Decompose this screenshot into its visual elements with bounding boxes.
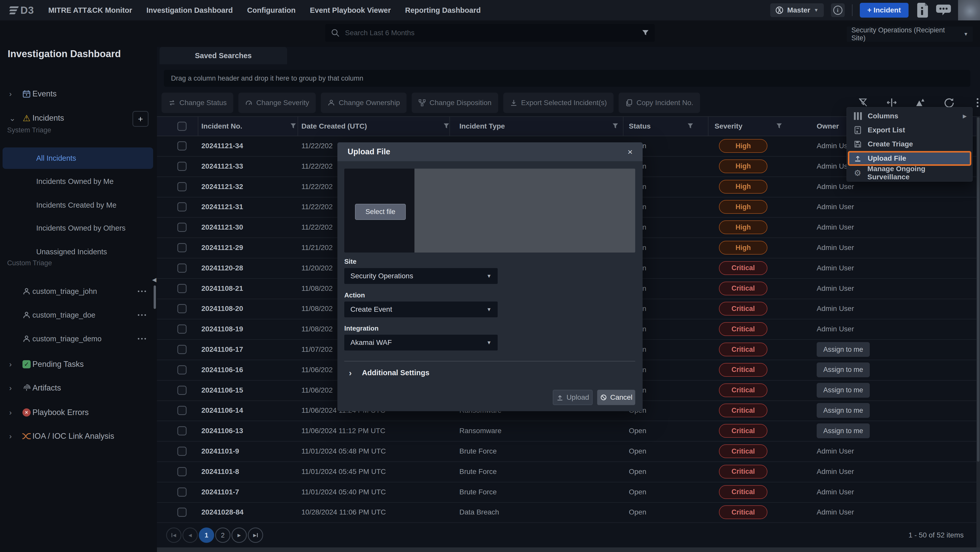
col-owner[interactable]: Owner [817,117,839,136]
row-checkbox[interactable] [177,324,186,334]
copy-incident-no-button[interactable]: Copy Incident No. [619,93,700,113]
change-ownership-button[interactable]: Change Ownership [321,93,407,113]
sidebar-item-incidents[interactable]: ⌄⚠Incidents+ [0,107,157,129]
table-row[interactable]: 20241101-911/01/2024 05:48 PM UTCBrute F… [157,441,977,462]
change-severity-button[interactable]: Change Severity [239,93,316,113]
prev-page-button[interactable]: ◀ [183,528,198,543]
nav-investigation-dashboard[interactable]: Investigation Dashboard [146,6,233,14]
new-incident-button[interactable]: + Incident [860,3,908,17]
sidebar-collapse-handle[interactable]: ◀ [152,276,156,283]
search-filter-icon[interactable] [641,29,649,37]
nav-event-playbook-viewer[interactable]: Event Playbook Viewer [310,6,391,14]
info-button[interactable]: i [831,3,845,17]
filter-icon[interactable] [612,122,619,130]
table-horizontal-scrollbar[interactable] [157,547,980,552]
filter-icon[interactable] [443,122,450,130]
filter-icon[interactable] [290,122,297,130]
row-checkbox[interactable] [177,467,186,476]
select-all-checkbox[interactable] [177,122,186,131]
col-severity[interactable]: Severity [714,117,742,136]
sidebar-item-custom-triage-demo[interactable]: custom_triage_demo [0,328,157,349]
sidebar-item-custom-triage-john[interactable]: custom_triage_john [0,281,157,302]
table-row[interactable]: 20241028-8410/28/2024 11:06 PM UTCData B… [157,502,977,523]
menu-item-columns[interactable]: Columns▶ [847,109,972,123]
search-input[interactable] [345,29,641,37]
nav-mitre-att-ck-monitor[interactable]: MITRE ATT&CK Monitor [48,6,132,14]
sidebar-item-all-incidents[interactable]: All Incidents [0,148,157,169]
file-preview-panel[interactable] [414,169,635,252]
row-checkbox[interactable] [177,365,186,374]
close-icon[interactable]: × [624,146,636,158]
row-checkbox[interactable] [177,304,186,313]
assign-to-me-button[interactable]: Assign to me [817,342,870,357]
sidebar-item-incidents-created-by-me[interactable]: Incidents Created by Me [0,194,157,216]
recipient-site-selector[interactable]: Security Operations (Recipient Site) ▼ [847,27,973,42]
table-row[interactable]: 20241106-1311/06/2024 11:12 PM UTCRansom… [157,420,977,441]
chevron-icon[interactable]: › [9,90,12,98]
filter-icon[interactable] [776,122,783,130]
page-button-1[interactable]: 1 [199,528,214,543]
first-page-button[interactable]: ◀ [166,528,181,543]
last-page-button[interactable]: ▶ [248,528,263,543]
release-notes-icon[interactable] [916,2,929,18]
table-row[interactable]: 20241101-811/01/2024 05:45 PM UTCBrute F… [157,462,977,482]
upload-button[interactable]: Upload [553,390,593,405]
nav-reporting-dashboard[interactable]: Reporting Dashboard [405,6,480,14]
sidebar-item-ioa-ioc-link-analysis[interactable]: ›IOA / IOC Link Analysis [0,425,157,447]
row-checkbox[interactable] [177,447,186,456]
chevron-icon[interactable]: › [9,360,12,369]
more-options-icon[interactable] [138,290,146,292]
more-options-icon[interactable] [972,97,980,108]
integration-dropdown[interactable]: Akamai WAF▼ [344,335,498,351]
row-checkbox[interactable] [177,406,186,415]
tab-saved-searches[interactable]: Saved Searches [159,47,287,64]
chat-icon[interactable] [936,3,951,17]
assign-to-me-button[interactable]: Assign to me [817,424,870,438]
nav-configuration[interactable]: Configuration [247,6,296,14]
more-options-icon[interactable] [138,314,146,316]
row-checkbox[interactable] [177,508,186,517]
row-checkbox[interactable] [177,162,186,171]
sidebar-item-artifacts[interactable]: ›Artifacts [0,377,157,399]
instance-selector[interactable]: Master ▼ [770,3,824,17]
menu-item-manage-ongoing-surveillance[interactable]: ⚙Manage Ongoing Surveillance [847,166,972,180]
refresh-icon[interactable] [943,97,955,108]
sort-icon[interactable] [915,97,926,108]
assign-to-me-button[interactable]: Assign to me [817,403,870,418]
sidebar-item-custom-triage-doe[interactable]: custom_triage_doe [0,304,157,326]
assign-to-me-button[interactable]: Assign to me [817,362,870,377]
sidebar-item-pending-tasks[interactable]: ›✓Pending Tasks [0,354,157,375]
add-triage-button[interactable]: + [132,111,148,127]
row-checkbox[interactable] [177,284,186,293]
sidebar-item-incidents-owned-by-others[interactable]: Incidents Owned by Others [0,217,157,239]
change-status-button[interactable]: Change Status [162,93,233,113]
sidebar-scrollbar[interactable] [154,286,156,309]
resize-columns-icon[interactable] [886,97,897,108]
clear-filters-icon[interactable] [858,97,869,108]
additional-settings-toggle[interactable]: › Additional Settings [349,368,430,378]
chevron-icon[interactable]: › [9,408,12,417]
next-page-button[interactable]: ▶ [231,528,247,543]
avatar[interactable] [958,0,980,21]
row-checkbox[interactable] [177,243,186,252]
menu-item-create-triage[interactable]: Create Triage [847,137,972,151]
col-incident-type[interactable]: Incident Type [460,117,505,136]
action-dropdown[interactable]: Create Event▼ [344,301,498,317]
row-checkbox[interactable] [177,487,186,496]
row-checkbox[interactable] [177,426,186,435]
row-checkbox[interactable] [177,263,186,273]
chevron-icon[interactable]: › [9,432,12,441]
select-file-button[interactable]: Select file [355,204,406,220]
menu-item-upload-file[interactable]: Upload File [848,151,971,166]
row-checkbox[interactable] [177,182,186,191]
change-disposition-button[interactable]: Change Disposition [412,93,498,113]
menu-item-export-list[interactable]: Export List [847,123,972,137]
sidebar-item-incidents-owned-by-me[interactable]: Incidents Owned by Me [0,171,157,192]
row-checkbox[interactable] [177,223,186,232]
filter-icon[interactable] [687,122,694,130]
assign-to-me-button[interactable]: Assign to me [817,383,870,398]
table-vertical-scrollbar[interactable] [977,116,980,552]
row-checkbox[interactable] [177,386,186,395]
more-options-icon[interactable] [138,338,146,339]
col-incident-no[interactable]: Incident No. [201,117,242,136]
